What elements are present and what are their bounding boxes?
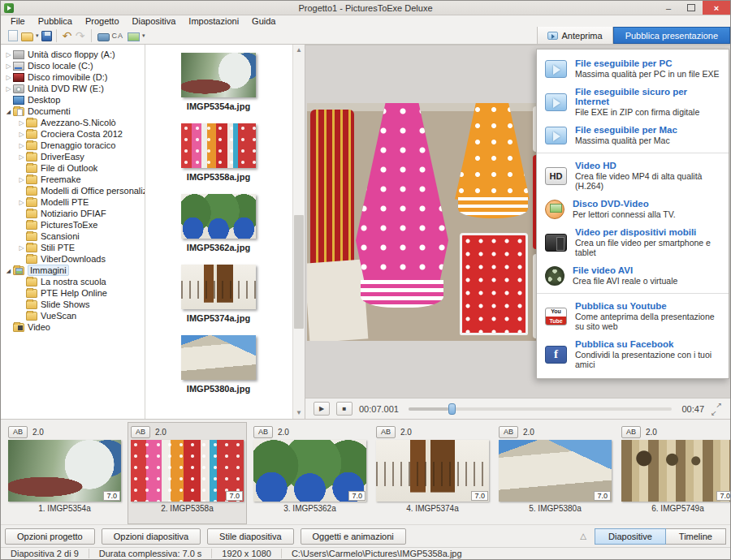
scrollbar-thumb[interactable] [294,215,304,329]
tree-item[interactable]: Unità disco floppy (A:) [1,49,145,60]
tree-item[interactable]: Modelli PTE [1,196,145,208]
stop-button[interactable]: ■ [336,402,353,416]
menu-item[interactable]: File [4,16,32,26]
slide-thumbnail[interactable]: 7.0 [376,440,489,502]
ab-transition-button[interactable]: AB [621,426,641,438]
publish-presentation-button[interactable]: Pubblica presentazione [613,27,730,44]
publish-menu-item[interactable]: Disco DVD-Video Per lettori connessi all… [537,195,729,223]
tree-expand-arrow-icon[interactable] [17,119,26,127]
tree-expand-arrow-icon[interactable] [4,62,13,70]
tree-item[interactable]: VueScan [1,310,145,321]
tree-expand-arrow-icon[interactable] [17,153,26,161]
slide-thumbnail[interactable]: 7.0 [621,440,730,502]
tree-item[interactable]: La nostra scuola [1,276,145,287]
file-list-scrollbar[interactable]: ▲ ▼ [292,45,305,419]
tree-item[interactable]: PicturesToExe [1,219,145,230]
image-list-item[interactable]: IMGP5362a.jpg [145,194,292,252]
fullscreen-icon[interactable] [711,403,722,415]
tree-item[interactable]: Avezzano-S.Nicolò [1,117,145,128]
image-thumbnail[interactable] [181,53,256,97]
scroll-up-icon[interactable]: ▲ [293,45,305,56]
image-thumbnail[interactable] [181,265,256,309]
ab-transition-button[interactable]: AB [499,426,518,438]
tree-expand-arrow-icon[interactable] [17,142,26,149]
seek-thumb[interactable] [448,403,456,415]
tree-item[interactable]: Documenti [1,106,145,117]
tree-expand-arrow-icon[interactable] [4,267,13,274]
tree-item[interactable]: Crociera Costa 2012 [1,128,145,140]
tree-item[interactable]: Modelli di Office personalizzati [1,185,145,196]
keyboard-icon[interactable] [97,33,110,41]
undo-icon[interactable]: ↶ [61,29,74,42]
maximize-button[interactable] [680,1,703,15]
seek-slider[interactable] [409,407,673,411]
tree-item[interactable]: Drenaggio toracico [1,140,145,151]
open-dropdown-arrow-icon[interactable]: ▾ [36,32,39,39]
tree-item[interactable]: Notiziario DFIAF [1,208,145,219]
slide-thumbnail[interactable]: 7.0 [131,440,244,502]
tree-expand-arrow-icon[interactable] [4,85,13,93]
tree-expand-arrow-icon[interactable] [4,74,13,81]
minimize-button[interactable]: – [657,1,680,15]
filmstrip-slide[interactable]: AB 2.0 7.0 5. IMGP5380a [495,422,615,524]
image-list-item[interactable]: IMGP5358a.jpg [145,123,292,182]
tree-expand-arrow-icon[interactable] [4,108,13,115]
image-list-item[interactable]: IMGP5374a.jpg [145,265,292,323]
collapse-panel-icon[interactable]: △ [580,532,586,541]
tree-expand-arrow-icon[interactable] [17,199,26,206]
tree-item[interactable]: Desktop [1,94,145,106]
play-button[interactable]: ▶ [314,402,330,416]
tree-expand-arrow-icon[interactable] [17,176,26,183]
ab-transition-button[interactable]: AB [253,426,273,438]
publish-menu-item[interactable]: File eseguibile per Mac Massima qualità … [537,121,729,153]
publish-menu-item[interactable]: Video per dispositivi mobili Crea un fil… [537,223,729,261]
slide-thumbnail[interactable]: 7.0 [8,440,121,502]
scroll-down-icon[interactable]: ▼ [293,407,305,419]
tree-item[interactable]: Disco rimovibile (D:) [1,71,145,83]
publish-menu-item[interactable]: File eseguibile per PC Massima qualità p… [537,54,729,83]
image-list-item[interactable]: IMGP5380a.jpg [145,335,292,394]
filmstrip-slide[interactable]: AB 2.0 7.0 4. IMGP5374a [373,422,492,524]
open-project-icon[interactable] [21,32,33,41]
tree-item[interactable]: Stili PTE [1,242,145,253]
ab-transition-button[interactable]: AB [131,426,150,438]
tree-expand-arrow-icon[interactable] [17,131,26,138]
publish-menu-item[interactable]: Pubblica su Youtube Come anteprima della… [537,297,729,335]
publish-menu-item[interactable]: Video HD Crea file video MP4 di alta qua… [537,157,729,195]
tree-item[interactable]: Disco locale (C:) [1,60,145,71]
new-project-icon[interactable] [8,30,18,41]
tree-item[interactable]: ViberDownloads [1,253,145,265]
image-thumbnail[interactable] [181,123,256,168]
image-thumbnail[interactable] [181,194,256,239]
tree-item[interactable]: Unità DVD RW (E:) [1,83,145,94]
filmstrip-slide[interactable]: AB 2.0 7.0 6. IMGP5749a [618,422,730,524]
ab-transition-button[interactable]: AB [8,426,28,438]
tree-item[interactable]: DriverEasy [1,151,145,162]
menu-item[interactable]: Diapositiva [126,16,183,26]
tree-expand-arrow-icon[interactable] [17,244,26,252]
view-tab[interactable]: Timeline [666,528,726,545]
filmstrip-slide[interactable]: AB 2.0 7.0 1. IMGP5354a [5,422,124,524]
filmstrip-slide[interactable]: AB 2.0 7.0 3. IMGP5362a [250,422,370,524]
close-button[interactable]: × [703,1,730,15]
publish-menu-item[interactable]: File eseguibile sicuro per Internet File… [537,83,729,121]
publish-menu-item[interactable]: Pubblica su Facebook Condividi la presen… [537,335,729,373]
view-tab[interactable]: Diapositive [595,528,666,545]
tree-item[interactable]: Immagini [1,265,145,276]
screen-options-icon[interactable] [128,32,140,41]
menu-item[interactable]: Progetto [79,16,126,26]
action-button[interactable]: Oggetti e animazioni [301,528,406,545]
screen-dropdown-arrow-icon[interactable]: ▾ [142,32,145,39]
action-button[interactable]: Stile diapositiva [207,528,293,545]
tree-item[interactable]: Freemake [1,174,145,185]
tree-item[interactable]: PTE Help Online [1,287,145,299]
tree-item[interactable]: Video [1,321,145,333]
preview-button[interactable]: Anteprima [537,27,613,44]
menu-item[interactable]: Impostazioni [182,16,245,26]
image-thumbnail[interactable] [181,335,256,380]
tree-item[interactable]: File di Outlook [1,162,145,174]
menu-item[interactable]: Pubblica [32,16,79,26]
filmstrip-slide[interactable]: AB 2.0 7.0 2. IMGP5358a [128,422,247,524]
menu-item[interactable]: Guida [245,16,282,26]
action-button[interactable]: Opzioni progetto [5,528,95,545]
